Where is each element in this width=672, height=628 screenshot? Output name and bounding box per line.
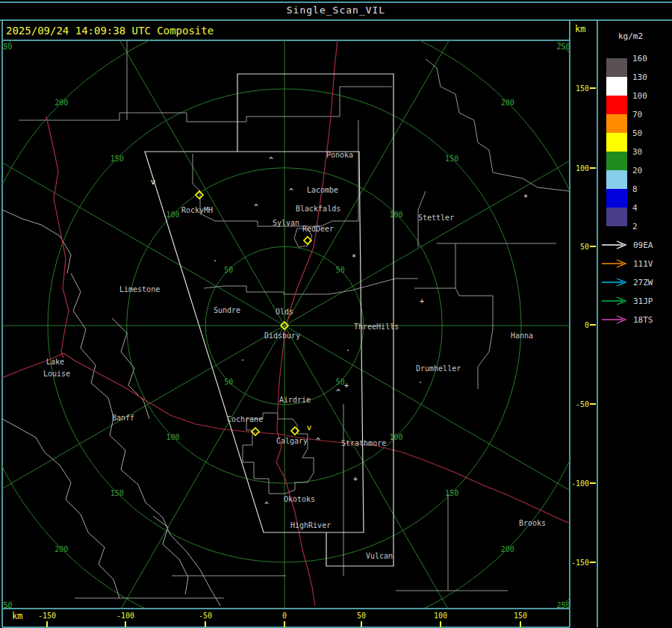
special-marker: v xyxy=(307,423,312,432)
town-marker: + xyxy=(353,475,358,483)
ring-distance-label: 100 xyxy=(167,433,180,441)
place-label: Brooks xyxy=(519,519,546,527)
town-marker: . xyxy=(213,255,217,263)
legend-boundary-value: 20 xyxy=(632,167,662,175)
place-label: Drumheller xyxy=(416,364,461,373)
county-boundary xyxy=(426,59,570,191)
legend-boundary-value: 2 xyxy=(632,223,662,231)
right-axis-tick-mark xyxy=(590,167,596,169)
ring-distance-label: 50 xyxy=(224,266,233,274)
radar-app-window: Single_Scan_VIL 2025/09/24 14:09:38 UTC … xyxy=(0,0,672,628)
legend-color-swatch xyxy=(606,96,627,114)
place-label: Cochrane xyxy=(227,415,263,423)
place-label: Hanna xyxy=(511,332,533,340)
right-axis-tick-label: 50 xyxy=(570,243,589,251)
ring-distance-label: 50 xyxy=(224,378,233,386)
county-boundary xyxy=(204,279,418,294)
town-marker: + xyxy=(420,297,424,305)
county-boundary xyxy=(478,296,493,389)
bottom-axis-tick-mark xyxy=(46,621,48,627)
town-marker: ^ xyxy=(269,156,273,164)
right-axis-tick-label: -100 xyxy=(570,479,589,488)
county-boundary xyxy=(414,288,493,296)
bottom-axis-tick-label: 150 xyxy=(514,612,527,620)
azimuth-radial xyxy=(284,326,494,608)
place-label: Sylvan xyxy=(273,219,299,227)
right-axis-tick-mark xyxy=(590,324,596,326)
place-label: ThreeHills xyxy=(354,323,399,331)
bottom-axis-unit: km xyxy=(12,611,22,621)
right-axis-tick-mark xyxy=(590,87,596,89)
town-marker: ^ xyxy=(254,203,258,211)
ring-distance-label: 100 xyxy=(167,211,180,219)
scan-datetime: 2025/09/24 14:09:38 UTC Composite xyxy=(6,25,214,37)
ring-distance-label: 250 xyxy=(557,601,570,608)
special-marker: v xyxy=(151,177,156,187)
bottom-axis-tick-label: 50 xyxy=(357,612,366,620)
terrain-boundary xyxy=(2,419,119,598)
ring-distance-label: 250 xyxy=(2,601,12,608)
bottom-axis-tick-mark xyxy=(361,621,362,627)
town-marker: * xyxy=(523,193,528,202)
azimuth-radial xyxy=(75,40,284,326)
town-marker: ^ xyxy=(336,388,340,397)
top-border xyxy=(0,1,672,3)
place-label: Vulcan xyxy=(366,552,393,560)
right-axis-tick-label: 0 xyxy=(570,321,589,329)
radar-map: 5050505010010010010015015015015020020020… xyxy=(2,40,570,608)
bottom-axis-tick-mark xyxy=(440,621,441,627)
county-boundary xyxy=(19,113,340,122)
bottom-axis-tick-mark xyxy=(205,621,206,627)
legend-color-swatch xyxy=(606,170,627,189)
vector-id-label: 31JP xyxy=(633,296,653,306)
legend-color-swatch xyxy=(606,114,627,133)
window-title: Single_Scan_VIL xyxy=(0,4,672,16)
place-label: Airdrie xyxy=(279,396,311,404)
legend-color-swatch xyxy=(606,152,627,170)
scan-area-outline xyxy=(237,74,393,566)
bottom-axis-tick-mark xyxy=(284,621,285,627)
terrain-boundary xyxy=(2,210,71,273)
radar-vector-legend: 09EA111V27ZW31JP18TS xyxy=(597,235,672,329)
place-label: Strathmore xyxy=(341,439,386,447)
ring-distance-label: 200 xyxy=(501,99,514,107)
legend-color-swatch xyxy=(606,189,627,208)
place-label: Lacombe xyxy=(307,186,338,194)
ring-distance-label: 200 xyxy=(501,545,514,553)
ring-distance-label: 200 xyxy=(55,99,68,107)
legend-boundary-value: 50 xyxy=(632,129,662,137)
place-label: Limestone xyxy=(119,285,160,293)
place-label: Lake xyxy=(46,358,64,366)
ring-distance-label: 150 xyxy=(111,489,124,497)
right-axis-tick-label: 150 xyxy=(570,84,589,93)
county-boundary xyxy=(340,87,392,116)
right-axis-tick-label: -50 xyxy=(570,400,589,408)
bottom-axis-tick-mark xyxy=(520,621,521,627)
ring-distance-label: 250 xyxy=(2,43,12,51)
town-marker: . xyxy=(418,376,423,385)
bottom-axis-tick-mark xyxy=(125,621,126,627)
map-bottom-border xyxy=(2,608,570,609)
ring-distance-label: 100 xyxy=(389,211,402,219)
legend-boundary-value: 30 xyxy=(632,148,662,156)
titlebar-divider xyxy=(0,19,672,21)
right-axis-tick-mark xyxy=(590,562,596,563)
county-boundary xyxy=(243,413,314,494)
place-label: Calgary xyxy=(276,437,308,445)
right-axis-tick-mark xyxy=(590,403,596,405)
legend-color-swatch xyxy=(606,58,627,77)
vector-id-label: 111V xyxy=(633,259,653,269)
ring-distance-label: 100 xyxy=(389,433,402,441)
legend-color-swatch xyxy=(606,133,627,152)
place-label: Sundre xyxy=(214,306,240,314)
legend-unit-label: kg/m2 xyxy=(618,31,643,41)
ring-distance-label: 150 xyxy=(445,155,458,163)
vector-id-label: 09EA xyxy=(633,240,653,250)
town-marker: . xyxy=(346,344,350,352)
vector-id-label: 27ZW xyxy=(633,278,653,287)
bottom-axis-tick-label: 0 xyxy=(282,612,287,620)
bottom-axis-tick-label: -100 xyxy=(116,612,134,620)
vector-id-label: 18TS xyxy=(633,315,653,325)
terrain-boundary xyxy=(153,516,188,594)
legend-boundary-value: 160 xyxy=(632,55,662,63)
